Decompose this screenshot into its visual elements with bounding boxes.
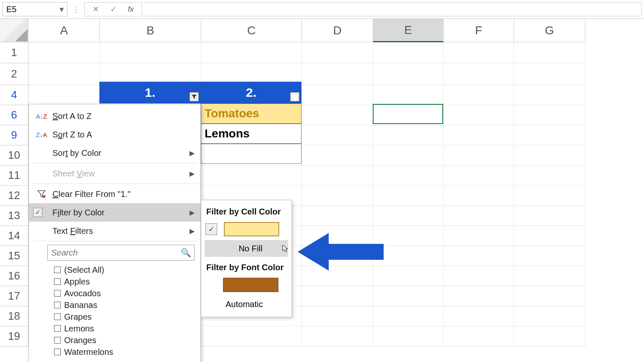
sort-z-to-a[interactable]: Z↓A Sort Z to A [29,125,200,144]
grid-cell[interactable] [302,63,373,85]
filter-check-item[interactable]: Grapes [54,311,195,323]
row-header-13[interactable]: 13 [0,206,29,226]
grid-cell[interactable] [29,42,100,63]
row-header-15[interactable]: 15 [0,246,29,266]
grid-cell[interactable] [444,326,514,346]
name-box[interactable]: E5 ▾ [3,2,68,16]
filter-check-item[interactable]: Oranges [54,334,195,346]
grid-cell[interactable] [373,226,444,246]
row-header-17[interactable]: 17 [0,286,29,306]
grid-cell[interactable] [373,105,444,125]
grid-cell[interactable] [444,186,514,206]
grid-cell[interactable] [444,246,514,266]
filter-check-item[interactable]: Watermelons [54,346,195,358]
grid-cell[interactable] [201,165,302,186]
row-header-6[interactable]: 6 [0,105,29,125]
grid-cell[interactable] [514,165,585,186]
search-icon[interactable]: 🔍 [181,248,191,258]
grid-cell[interactable] [373,63,444,85]
grid-cell[interactable] [373,125,444,145]
sort-by-color[interactable]: Sort by Color ▶ [29,144,200,162]
grid-cell[interactable] [444,105,514,125]
table-cell[interactable]: Tomatoes [201,103,301,124]
row-header-10[interactable]: 10 [0,145,29,165]
grid-cell[interactable] [373,85,444,105]
grid-cell[interactable] [302,286,373,306]
filter-search-input[interactable] [47,245,195,261]
table-cell[interactable]: Lemons [201,124,301,144]
grid-cell[interactable] [29,63,100,85]
grid-cell[interactable] [373,326,444,346]
grid-cell[interactable] [444,206,514,226]
row-header-19[interactable]: 19 [0,326,29,346]
formula-bar-expand-icon[interactable]: ⋮ [70,4,82,14]
grid-cell[interactable] [302,306,373,326]
clear-filter[interactable]: Clear Filter From "1." [29,185,200,203]
grid-cell[interactable] [514,326,585,346]
grid-cell[interactable] [302,206,373,226]
row-header-9[interactable]: 9 [0,125,29,145]
row-header-12[interactable]: 12 [0,186,29,206]
row-header-14[interactable]: 14 [0,226,29,246]
grid-cell[interactable] [201,326,302,346]
grid-cell[interactable] [302,145,373,165]
sort-a-to-z[interactable]: A↓Z Sort A to Z [29,107,200,125]
grid-cell[interactable] [444,125,514,145]
grid-cell[interactable] [373,286,444,306]
grid-cell[interactable] [302,125,373,145]
formula-input[interactable] [145,2,641,16]
row-header-4[interactable]: 4 [0,85,29,105]
grid-cell[interactable] [373,266,444,286]
column-header-A[interactable]: A [29,19,100,42]
grid-cell[interactable] [444,85,514,105]
grid-cell[interactable] [444,63,514,85]
grid-cell[interactable] [373,206,444,226]
grid-cell[interactable] [514,105,585,125]
grid-cell[interactable] [514,42,585,63]
grid-cell[interactable] [29,85,100,105]
grid-cell[interactable] [373,42,444,63]
grid-cell[interactable] [444,226,514,246]
row-header-16[interactable]: 16 [0,266,29,286]
filter-check-item[interactable]: Bananas [54,299,195,311]
grid-cell[interactable] [514,145,585,165]
grid-cell[interactable] [514,286,585,306]
grid-cell[interactable] [201,42,302,63]
filter-check-item[interactable]: Lemons [54,323,195,334]
row-header-1[interactable]: 1 [0,42,29,63]
grid-cell[interactable] [302,186,373,206]
name-box-dropdown-icon[interactable]: ▾ [58,5,65,13]
grid-cell[interactable] [373,165,444,186]
accept-formula-button[interactable]: ✓ [105,3,122,15]
grid-cell[interactable] [302,105,373,125]
grid-cell[interactable] [514,226,585,246]
grid-cell[interactable] [373,145,444,165]
grid-cell[interactable] [444,266,514,286]
select-all-corner[interactable] [0,19,29,42]
grid-cell[interactable] [514,63,585,85]
insert-function-button[interactable]: fx [122,3,139,15]
filter-check-item[interactable]: (Select All) [54,264,195,276]
row-header-11[interactable]: 11 [0,165,29,186]
column-header-G[interactable]: G [514,19,585,42]
grid-cell[interactable] [514,266,585,286]
grid-cell[interactable] [444,42,514,63]
filter-check-item[interactable]: Avocados [54,287,195,299]
filter-check-item[interactable]: Apples [54,276,195,287]
filter-dropdown-button[interactable]: ▾ [290,92,299,101]
table-cell[interactable] [201,144,301,164]
grid-cell[interactable] [514,306,585,326]
row-header-2[interactable]: 2 [0,63,29,85]
grid-cell[interactable] [302,326,373,346]
grid-cell[interactable] [302,85,373,105]
grid-cell[interactable] [373,186,444,206]
grid-cell[interactable] [373,306,444,326]
grid-cell[interactable] [444,165,514,186]
grid-cell[interactable] [514,125,585,145]
grid-cell[interactable] [444,145,514,165]
grid-cell[interactable] [444,286,514,306]
grid-cell[interactable] [302,165,373,186]
grid-cell[interactable] [373,246,444,266]
column-header-E[interactable]: E [373,19,444,42]
grid-cell[interactable] [514,246,585,266]
